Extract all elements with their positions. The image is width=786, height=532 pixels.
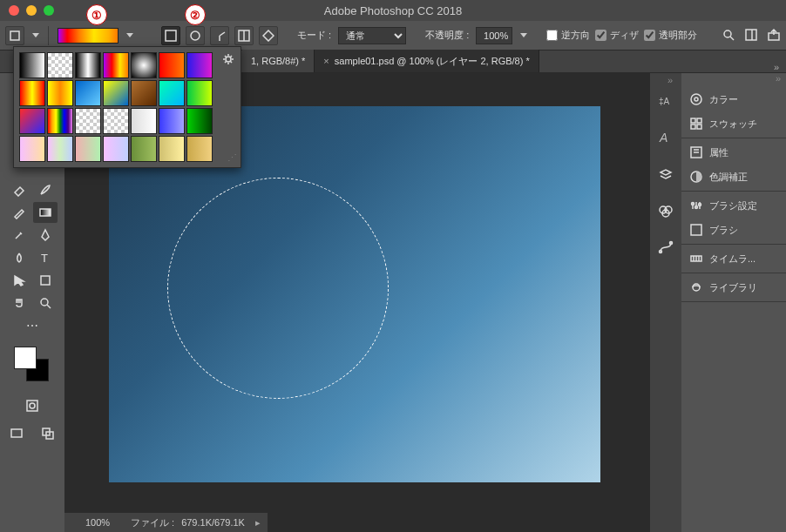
gradient-preset-7[interactable]	[19, 80, 45, 106]
window-minimize-button[interactable]	[26, 5, 37, 16]
gradient-type-diamond[interactable]	[259, 26, 278, 45]
dock-layers-icon[interactable]	[657, 165, 674, 183]
gradient-preset-12[interactable]	[159, 80, 185, 106]
panel-libraries[interactable]: ライブラリ	[681, 275, 786, 300]
gradient-picker-caret[interactable]	[126, 33, 133, 37]
gradient-preset-13[interactable]	[186, 80, 213, 106]
tool-edit-toolbar[interactable]: ⋯	[20, 315, 44, 336]
tool-blur[interactable]	[7, 247, 31, 268]
opacity-label: 不透明度 :	[425, 29, 469, 42]
tab-overflow-icon[interactable]: »	[774, 62, 779, 72]
reverse-checkbox[interactable]: 逆方向	[546, 29, 590, 42]
tool-brush[interactable]	[33, 179, 58, 200]
dock-channels-icon[interactable]	[657, 202, 674, 219]
panel-brush-settings[interactable]: ブラシ設定	[681, 193, 786, 218]
brushes-icon	[688, 222, 704, 238]
panel-properties[interactable]: 属性	[681, 140, 786, 165]
quick-mask-toggle[interactable]	[20, 395, 44, 416]
gradient-preset-16[interactable]	[75, 108, 101, 134]
gear-icon[interactable]	[221, 52, 235, 68]
gradient-type-reflected[interactable]	[234, 26, 254, 45]
gradient-preset-23[interactable]	[75, 136, 101, 162]
transparency-checkbox[interactable]: 透明部分	[644, 29, 697, 42]
tab-title: sample01.psd @ 100% (レイヤー 2, RGB/8) *	[335, 55, 530, 68]
gradient-preset-8[interactable]	[47, 80, 73, 106]
gradient-picker-popup[interactable]: ⋰	[13, 46, 241, 168]
tool-type[interactable]: T	[33, 247, 58, 268]
zoom-level[interactable]: 100%	[71, 517, 124, 528]
tool-path-select[interactable]	[7, 270, 31, 291]
gradient-preset-9[interactable]	[75, 80, 101, 106]
svg-rect-1	[166, 30, 176, 41]
panel-swatches[interactable]: スウォッチ	[681, 111, 786, 136]
opacity-caret[interactable]	[520, 33, 527, 37]
gradient-preset-19[interactable]	[159, 108, 185, 134]
panel-color[interactable]: カラー	[681, 87, 786, 111]
gradient-preset-25[interactable]	[131, 136, 157, 162]
tool-shape[interactable]	[33, 270, 58, 291]
gradient-type-angle[interactable]	[210, 26, 229, 45]
gradient-preset-27[interactable]	[186, 136, 213, 162]
gradient-preset-4[interactable]	[131, 52, 157, 78]
gradient-preset-5[interactable]	[159, 52, 185, 78]
gradient-preset-18[interactable]	[131, 108, 157, 134]
tool-hand[interactable]	[7, 293, 31, 313]
resize-grip-icon[interactable]: ⋰	[227, 152, 237, 164]
gradient-preset-10[interactable]	[103, 80, 129, 106]
libraries-icon	[688, 279, 704, 295]
screen-mode-standard[interactable]	[4, 423, 29, 444]
gradient-type-linear[interactable]	[161, 26, 180, 45]
document-tab-active[interactable]: × sample01.psd @ 100% (レイヤー 2, RGB/8) *	[315, 50, 539, 72]
window-zoom-button[interactable]	[44, 5, 54, 16]
document-tab-1[interactable]: 1, RGB/8#) *	[242, 50, 315, 72]
gradient-preset-20[interactable]	[186, 108, 213, 134]
tool-gradient[interactable]	[33, 202, 58, 223]
tool-eraser[interactable]	[7, 179, 31, 200]
tool-pen[interactable]	[33, 225, 58, 246]
panel-dock: » ‡A A	[650, 73, 681, 532]
status-caret-icon[interactable]: ▸	[255, 517, 261, 529]
screen-mode-switch[interactable]	[36, 423, 60, 444]
search-icon[interactable]	[722, 28, 735, 44]
panel-adjustments[interactable]: 色調補正	[681, 165, 786, 189]
gradient-preset-11[interactable]	[131, 80, 157, 106]
gradient-preset-2[interactable]	[75, 52, 101, 78]
gradient-preset-15[interactable]	[47, 108, 73, 134]
foreground-background-colors[interactable]	[14, 347, 51, 383]
blend-mode-select[interactable]: 通常	[338, 27, 406, 44]
opacity-input[interactable]	[476, 27, 512, 44]
gradient-preset-6[interactable]	[186, 52, 213, 78]
workspace-icon[interactable]	[744, 28, 758, 44]
dither-checkbox[interactable]: ディザ	[595, 29, 639, 42]
file-info-label: ファイル :	[131, 516, 174, 529]
panel-collapse-icon[interactable]: »	[681, 73, 786, 85]
svg-rect-12	[41, 276, 50, 285]
gradient-type-radial[interactable]	[186, 26, 205, 45]
dock-paths-icon[interactable]	[657, 239, 674, 256]
tool-zoom[interactable]	[33, 293, 58, 313]
tool-eyedropper[interactable]	[7, 225, 31, 246]
window-close-button[interactable]	[9, 5, 19, 16]
gradient-preset-1[interactable]	[47, 52, 73, 78]
gradient-preview[interactable]	[58, 28, 119, 44]
tool-preset-picker[interactable]	[5, 26, 24, 45]
foreground-color[interactable]	[14, 347, 37, 369]
svg-point-40	[692, 203, 695, 205]
title-bar: Adobe Photoshop CC 2018	[0, 0, 786, 21]
dock-paragraph-icon[interactable]: A	[657, 129, 674, 146]
gradient-preset-22[interactable]	[47, 136, 73, 162]
tab-close-icon[interactable]: ×	[323, 56, 329, 66]
gradient-preset-24[interactable]	[103, 136, 129, 162]
dock-character-icon[interactable]: ‡A	[657, 92, 674, 110]
gradient-preset-14[interactable]	[19, 108, 45, 134]
gradient-preset-3[interactable]	[103, 52, 129, 78]
tool-preset-caret[interactable]	[32, 33, 39, 37]
panel-timeline[interactable]: タイムラ...	[681, 246, 786, 271]
panel-brushes[interactable]: ブラシ	[681, 218, 786, 242]
gradient-preset-17[interactable]	[103, 108, 129, 134]
gradient-preset-0[interactable]	[19, 52, 45, 78]
gradient-preset-26[interactable]	[159, 136, 185, 162]
tool-pencil[interactable]	[7, 202, 31, 223]
gradient-preset-21[interactable]	[19, 136, 45, 162]
share-icon[interactable]	[767, 28, 781, 44]
